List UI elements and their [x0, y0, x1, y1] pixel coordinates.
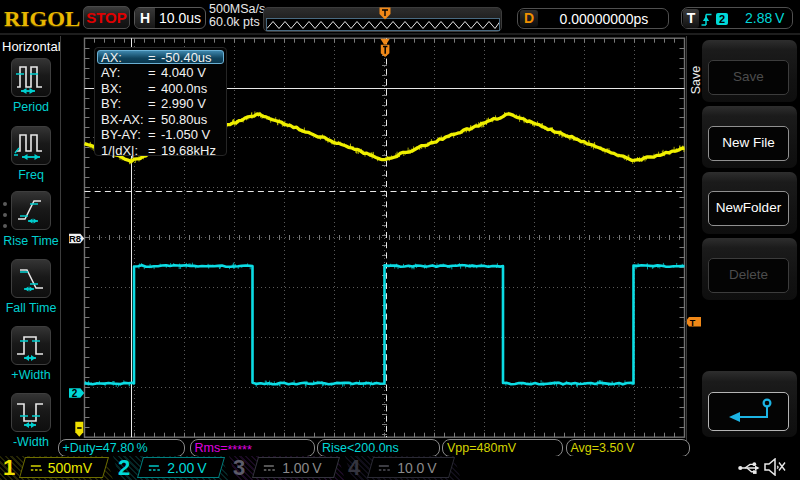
svg-text:2: 2: [72, 388, 78, 399]
svg-text:R8: R8: [69, 233, 81, 244]
svg-text:T: T: [690, 318, 696, 328]
